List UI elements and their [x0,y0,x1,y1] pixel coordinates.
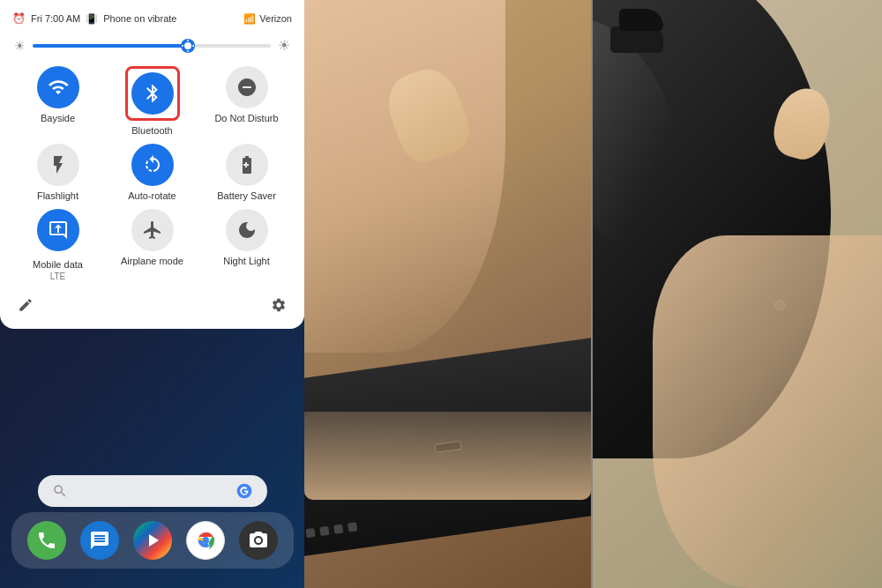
edit-button[interactable] [14,294,37,316]
brightness-max-icon: ☀ [278,37,290,54]
qs-bottom-bar [12,290,292,316]
tile-airplane[interactable]: Airplane mode [107,209,198,281]
dock-phone-icon[interactable] [27,521,66,560]
tile-battery-icon-wrap [226,144,268,186]
tile-nightlight-icon-wrap [226,209,268,251]
messages-icon [89,530,110,551]
tile-flashlight[interactable]: Flashlight [12,144,103,202]
dpad-button [319,526,329,536]
tile-flashlight-icon-wrap [37,144,79,186]
search-bar[interactable] [38,475,267,507]
tile-battery[interactable]: Battery Saver [201,144,292,202]
tile-battery-label: Battery Saver [217,190,276,202]
battery-icon [236,154,258,175]
signal-icon: 📶 [243,13,256,25]
tile-bayside-label: Bayside [41,113,75,124]
app-dock [11,512,294,569]
tile-bluetooth[interactable]: Bluetooth [107,66,198,137]
brightness-fill [33,44,188,48]
settings-button[interactable] [267,294,290,316]
status-right: 📶 Verizon [243,13,292,25]
status-vibrate: Phone on vibrate [103,13,176,24]
tile-autorotate-label: Auto-rotate [128,190,176,202]
moon-icon [236,220,258,241]
tile-nightlight[interactable]: Night Light [201,209,292,281]
tile-nightlight-label: Night Light [223,256,270,267]
tile-dnd-icon-wrap [226,66,268,108]
search-icon [52,483,68,499]
tile-mobiledata-label: Mobile data [33,259,83,270]
tile-bluetooth-label: Bluetooth [131,125,172,137]
brightness-row: ☀ ☀ [12,37,292,54]
svg-point-7 [256,538,261,543]
tile-dnd[interactable]: Do Not Disturb [201,66,292,137]
dock-play-icon[interactable] [133,521,172,560]
svg-rect-3 [182,45,183,47]
hand-right [653,235,882,588]
tile-dnd-label: Do Not Disturb [214,113,278,124]
play-icon [142,530,163,551]
status-bar: ⏰ Fri 7:00 AM 📳 Phone on vibrate 📶 Veriz… [12,9,292,28]
brightness-slider[interactable] [33,44,271,48]
wifi-icon [48,77,69,98]
phone-panel: ⏰ Fri 7:00 AM 📳 Phone on vibrate 📶 Veriz… [0,0,304,588]
alarm-icon: ⏰ [12,12,26,25]
edit-icon [18,297,34,313]
tile-mobiledata-icon-wrap [37,209,79,251]
dock-messages-icon[interactable] [80,521,119,560]
controller-side-photo [304,0,591,588]
camera-icon [248,530,269,551]
tile-bayside-icon-wrap [37,66,79,108]
brightness-min-icon: ☀ [14,39,26,53]
status-carrier: Verizon [259,13,292,24]
svg-rect-2 [187,50,189,52]
tile-autorotate-icon-wrap [131,144,174,186]
flashlight-icon [48,154,69,175]
svg-point-6 [202,537,209,544]
svg-point-0 [184,42,191,49]
tile-bluetooth-highlight-border [125,66,180,121]
rotate-icon [142,154,163,175]
data-icon [48,220,69,241]
quick-settings-panel: ⏰ Fri 7:00 AM 📳 Phone on vibrate 📶 Veriz… [0,0,304,329]
dnd-icon [236,77,258,98]
bluetooth-icon [142,83,163,104]
right-panels [304,0,882,588]
tile-flashlight-label: Flashlight [37,190,78,202]
controller-grip-photo [591,0,882,588]
vibrate-icon: 📳 [86,13,98,25]
tile-autorotate[interactable]: Auto-rotate [107,144,198,202]
gear-icon [271,297,287,313]
fingers-bottom [304,412,591,500]
dpad-buttons [305,522,357,538]
tile-airplane-label: Airplane mode [121,256,183,267]
status-time: Fri 7:00 AM [31,13,80,24]
tile-mobiledata[interactable]: Mobile data LTE [12,209,103,281]
google-g-icon [235,482,253,500]
tile-bayside[interactable]: Bayside [12,66,103,137]
status-left: ⏰ Fri 7:00 AM 📳 Phone on vibrate [12,12,176,25]
tile-bluetooth-icon-wrap [131,72,174,115]
dock-chrome-icon[interactable] [186,521,225,560]
brightness-thumb[interactable] [181,39,195,53]
chrome-icon [195,530,216,551]
dock-camera-icon[interactable] [239,521,278,560]
tile-mobiledata-sublabel: LTE [33,272,83,281]
phone-bottom [0,482,304,588]
dpad-button [305,528,315,538]
brightness-thumb-icon [181,39,195,53]
dpad-button [333,524,343,533]
svg-rect-4 [192,45,194,47]
dpad-button [348,522,357,532]
tile-airplane-icon-wrap [131,209,174,251]
phone-icon [36,530,57,551]
bumper-button [619,9,663,31]
airplane-icon [142,220,163,241]
tiles-grid: Bayside Bluetooth [12,66,292,281]
svg-rect-1 [187,40,189,41]
